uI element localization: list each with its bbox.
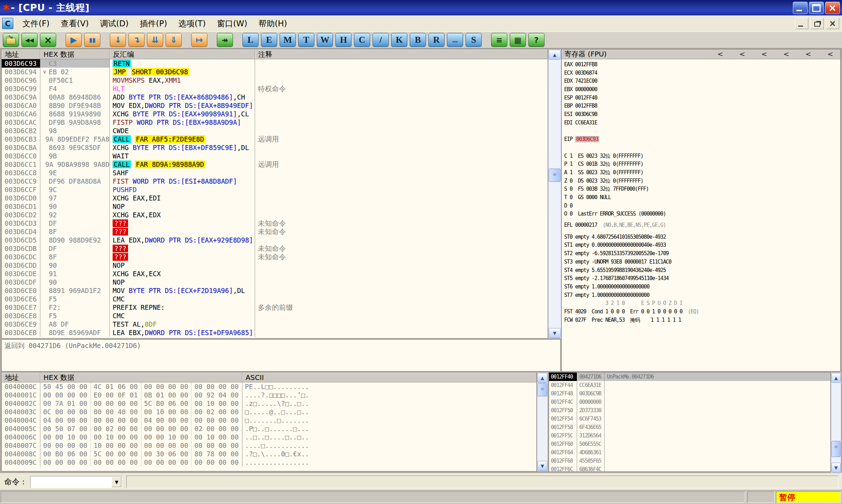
collapse-chevron-icon[interactable]: < (717, 49, 723, 59)
disasm-row[interactable]: 003D6CD48F???未知命令 (2, 227, 548, 236)
toolbar-step-into-button[interactable]: ↓ (110, 33, 126, 47)
disasm-row[interactable]: 003D6CDC8F???未知命令 (2, 253, 548, 261)
stack-row[interactable]: 0012FF6C6B636F4C (549, 465, 830, 472)
fpu-st0[interactable]: ST0 empty 4.6807256410165305080e-4932 (564, 233, 840, 241)
dump-row[interactable]: 0040003C0C 00 00 0000 00 40 0000 10 00 0… (2, 408, 536, 416)
fpu-st1[interactable]: ST1 empty 0.0000000000000000040e-4933 (564, 241, 840, 250)
toolbar-view-executables-button[interactable]: E (261, 33, 277, 47)
menu-item-2[interactable]: 调试(D) (94, 17, 134, 30)
stack-row[interactable]: 0012FF4C00000000 (549, 398, 830, 406)
close-button[interactable]: × (825, 2, 840, 14)
menu-item-1[interactable]: 查看(V) (55, 17, 94, 30)
toolbar-run-to-user-code-button[interactable]: ↠ (217, 33, 233, 47)
register-edi[interactable]: EDI CC6EA31E (564, 119, 840, 127)
mdi-restore-button[interactable] (810, 18, 824, 29)
flag-line-0[interactable]: C 1 ES 0023 32位 0(FFFFFFFF) (564, 152, 840, 161)
dump-row[interactable]: 0040005C00 50 07 0000 02 00 0000 00 00 0… (2, 424, 536, 433)
toolbar-restart-button[interactable]: ◀◀ (21, 33, 38, 47)
stack-scrollbar[interactable]: ▲ ▼ (831, 372, 841, 473)
disasm-row[interactable]: 003D6C960F50C1MOVMSKPS EAX,XMM1 (2, 76, 548, 84)
disasm-row[interactable]: 003D6CD292XCHG EAX,EDX (2, 211, 548, 219)
scroll-down-button[interactable]: ▼ (549, 328, 561, 338)
collapse-chevron-icon[interactable]: < (783, 49, 789, 59)
disasm-row[interactable]: 003D6CE7F2:PREFIX REPNE:多余的前缀 (2, 303, 548, 312)
register-edx[interactable]: EDX 7421EC00 (564, 77, 840, 86)
collapse-chevron-icon[interactable]: < (739, 49, 745, 59)
menu-item-3[interactable]: 插件(P) (134, 17, 173, 30)
disasm-row[interactable]: 003D6C94∨EB 02JMP SHORT 003D6C98 (2, 68, 548, 76)
stack-row[interactable]: 0012FF644D6B6361 (549, 448, 830, 457)
flag-line-6[interactable]: D 0 (564, 202, 840, 210)
toolbar-view-patches-button[interactable]: / (373, 33, 389, 47)
dump-row[interactable]: 0040002C00 7A 01 0000 00 00 005C B0 06 0… (2, 399, 536, 408)
fpu-st3[interactable]: ST3 empty -UNORM 93E8 00000017 E11C1AC0 (564, 258, 840, 266)
collapse-chevron-icon[interactable]: < (827, 49, 833, 59)
stack-row[interactable]: 0012FF44CC6EA31E (549, 381, 830, 389)
dump-row[interactable]: 0040004C04 00 00 0000 00 00 0004 00 00 0… (2, 416, 536, 424)
flag-line-5[interactable]: T 0 GS 0000 NULL (564, 193, 840, 202)
menu-item-0[interactable]: 文件(F) (17, 17, 55, 30)
dump-scrollbar[interactable]: ▲ ▼ (537, 372, 548, 471)
menu-item-5[interactable]: 窗口(W) (211, 17, 253, 30)
scrollbar-thumb[interactable] (831, 441, 841, 457)
disasm-row[interactable]: 003D6CE6F5CMC (2, 295, 548, 303)
collapse-chevron-icon[interactable]: < (761, 49, 767, 59)
disasm-row[interactable]: 003D6CD190NOP (2, 202, 548, 211)
flag-line-3[interactable]: Z 0 DS 0023 32位 0(FFFFFFFF) (564, 177, 840, 185)
registers-collapse-chevrons[interactable]: <<<<<< (717, 49, 833, 59)
stack-row[interactable]: 0012FF60506E555C (549, 440, 830, 448)
disasm-row[interactable]: 003D6CDBDF???未知命令 (2, 244, 548, 253)
fpu-st7[interactable]: ST7 empty 1.0000000000000000000 (564, 291, 840, 300)
flag-line-1[interactable]: P 1 CS 001B 32位 0(FFFFFFFF) (564, 160, 840, 169)
fpu-st5[interactable]: ST5 empty -2.1768718607499545110e-1434 (564, 274, 840, 283)
dump-row[interactable]: 0040000C50 45 00 004C 01 06 0000 00 00 0… (2, 382, 536, 391)
toolbar-view-breakpoints-button[interactable]: B (410, 33, 426, 47)
scroll-up-button[interactable]: ▲ (831, 373, 841, 383)
toolbar-run-button[interactable]: ▶ (66, 33, 82, 47)
scroll-up-button[interactable]: ▲ (537, 373, 547, 383)
minimize-button[interactable] (793, 2, 808, 14)
register-esi[interactable]: ESI 003D6C9B (564, 110, 840, 119)
disasm-row[interactable]: 003D6CD097XCHG EAX,EDI (2, 194, 548, 202)
toolbar-view-windows-button[interactable]: W (317, 33, 333, 47)
fst-line[interactable]: FST 4020 Cond 1 0 0 0 Err 0 0 1 0 0 0 0 … (564, 308, 840, 316)
toolbar-view-threads-button[interactable]: T (298, 33, 314, 47)
flag-line-2[interactable]: A 1 SS 0023 32位 0(FFFFFFFF) (564, 169, 840, 177)
dump-row[interactable]: 0040009C00 00 00 0000 00 00 0000 00 00 0… (2, 458, 536, 466)
mdi-minimize-button[interactable] (795, 18, 808, 29)
toolbar-run-to-return-button[interactable]: ↦ (191, 33, 207, 47)
disasm-row[interactable]: 003D6CC9DF96 DF8A8D8AFIST WORD PTR DS:[E… (2, 177, 548, 185)
disasm-row[interactable]: 003D6CDE91XCHG EAX,ECX (2, 270, 548, 278)
toolbar-animate-into-button[interactable]: ⇊ (147, 33, 163, 47)
toolbar-view-run-trace-button[interactable]: ... (447, 33, 463, 47)
disasm-row[interactable]: 003D6CC09BWAIT (2, 152, 548, 160)
disasm-row[interactable]: 003D6CEB8D9E 85969ADFLEA EBX,DWORD PTR D… (2, 328, 548, 337)
fpu-st2[interactable]: ST2 empty -6.5928153357392005520e-1709 (564, 250, 840, 258)
dump-row[interactable]: 0040001C00 00 00 00E0 00 0F 010B 01 00 0… (2, 391, 536, 399)
efl-line[interactable]: EFL 00000217 (NO,B,NE,BE,NS,PE,GE,G) (564, 221, 840, 230)
toolbar-view-source-button[interactable]: S (466, 33, 482, 47)
dump-row[interactable]: 0040006C00 00 10 0000 10 00 0000 00 10 0… (2, 433, 536, 441)
stack-row[interactable]: 0012FF5C312D6564 (549, 431, 830, 440)
disasm-row[interactable]: 003D6CD58D90 988D9E92LEA EDX,DWORD PTR D… (2, 236, 548, 244)
disasm-row[interactable]: 003D6CE08891 969AD1F2MOV BYTE PTR DS:[EC… (2, 286, 548, 295)
flag-line-4[interactable]: S 0 FS 003B 32位 7FFDF000(FFF) (564, 185, 840, 193)
register-eip[interactable]: EIP 003D6C93 (564, 135, 840, 144)
disasm-row[interactable]: 003D6CB298CWDE (2, 127, 548, 135)
maximize-button[interactable] (809, 2, 824, 14)
fcw-line[interactable]: FCW 027F Prec NEAR,53 掩码 1 1 1 1 1 1 (564, 316, 840, 325)
disasm-row[interactable]: 003D6CACDF9B 9A9D8A98FISTP WORD PTR DS:[… (2, 118, 548, 127)
disassembly-scrollbar[interactable]: ▲ ▼ (548, 49, 561, 339)
register-ebx[interactable]: EBX 00000000 (564, 86, 840, 94)
register-esp[interactable]: ESP 0012FF40 (564, 94, 840, 102)
stack-row[interactable]: 0012FF586F436E65 (549, 423, 830, 431)
register-ecx[interactable]: ECX 003D6874 (564, 69, 840, 77)
disasm-row[interactable]: 003D6CB39A 8D9EDEF2 F5A8CALL FAR A8F5:F2… (2, 135, 548, 143)
toolbar-pause-button[interactable]: ▮▮ (84, 33, 100, 47)
toolbar-view-log-button[interactable]: L (242, 33, 259, 47)
register-eax[interactable]: EAX 0012FFB8 (564, 61, 840, 69)
register-ebp[interactable]: EBP 0012FFB8 (564, 102, 840, 110)
flag-line-7[interactable]: O 0 LastErr ERROR_SUCCESS (00000000) (564, 210, 840, 218)
toolbar-view-memory-button[interactable]: M (280, 33, 296, 47)
toolbar-open-file-button[interactable] (3, 33, 19, 47)
